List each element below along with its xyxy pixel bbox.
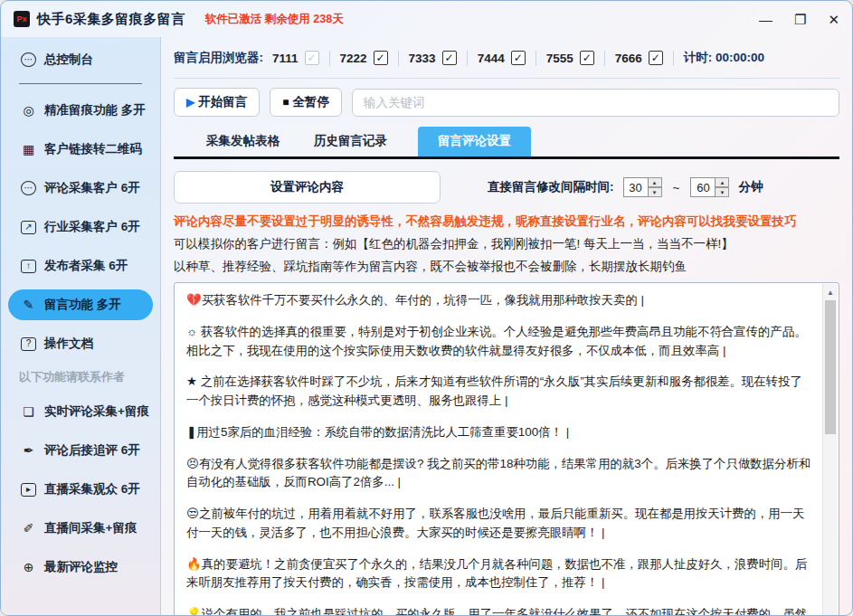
sidebar-item-live-audience[interactable]: ▸ 直播采集观众 6开 bbox=[8, 474, 153, 505]
comment-paragraph: 💔买获客软件千万不要买什么永久的、年付的，坑得一匹，像我就用那种敢按天卖的 | bbox=[186, 291, 811, 310]
separator bbox=[673, 51, 674, 66]
sidebar-item-followup-comment[interactable]: ✒ 评论后接追评 6开 bbox=[8, 435, 153, 466]
sidebar-section-label: 以下功能请联系作者 bbox=[1, 367, 160, 396]
app-window: Px 快手6采集多留痕多留言 软件已激活 剩余使用 238天 — ❐ ✕ ⋯ 总… bbox=[0, 0, 853, 616]
scrollbar-thumb[interactable] bbox=[825, 300, 836, 434]
sidebar-item-label: 总控制台 bbox=[44, 52, 93, 68]
minimize-icon[interactable]: — bbox=[759, 13, 772, 26]
sidebar-item-precise-trace[interactable]: ◎ 精准留痕功能 多开 bbox=[8, 95, 153, 126]
sidebar-item-live-collect[interactable]: ✐ 直播间采集+留痕 bbox=[8, 513, 153, 544]
comment-paragraph: 😣有没有人觉得很多获客软件功能都是摆设? 我之前买的带18种功能，结果常用的就3… bbox=[186, 455, 811, 493]
comments-textarea[interactable]: 💔买获客软件千万不要买什么永久的、年付的，坑得一匹，像我就用那种敢按天卖的 | … bbox=[174, 282, 839, 616]
separator bbox=[467, 51, 468, 66]
interval-max-spinner[interactable]: 60 bbox=[690, 177, 729, 197]
set-comment-content-button[interactable]: 设置评论内容 bbox=[174, 171, 441, 204]
browser-id: 7555 bbox=[546, 52, 573, 65]
camera-icon: ▸ bbox=[21, 483, 36, 497]
license-status: 软件已激活 剩余使用 238天 bbox=[205, 12, 344, 27]
chart-icon: ↗ bbox=[21, 221, 36, 234]
sidebar-item-industry-collect[interactable]: ↗ 行业采集客户 6开 bbox=[8, 212, 153, 242]
sidebar-item-label: 评论后接追评 6开 bbox=[44, 442, 140, 459]
interval-min-value[interactable]: 30 bbox=[623, 177, 649, 197]
divider bbox=[174, 78, 839, 79]
tip-line-1: 可以模拟你的客户进行留言：例如【红色的机器会扣押金，我刚刚被扣一笔! 每天上一当… bbox=[174, 236, 839, 252]
maximize-icon[interactable]: ❐ bbox=[794, 13, 806, 26]
interval-label: 直接留言修改间隔时间: bbox=[488, 179, 614, 195]
play-icon: ▶ bbox=[186, 96, 194, 109]
tab-collect-post-table[interactable]: 采集发帖表格 bbox=[203, 127, 283, 156]
separator bbox=[604, 51, 605, 66]
warning-text: 评论内容尽量不要设置过于明显的诱导性，不然容易触发违规，昵称直接设置行业名，评论… bbox=[174, 213, 839, 230]
keyword-input[interactable] bbox=[352, 89, 839, 117]
scroll-up-icon[interactable]: ▲ bbox=[823, 285, 838, 299]
sidebar-item-docs[interactable]: ? 操作文档 bbox=[8, 328, 153, 359]
signature-icon: ✒ bbox=[21, 443, 36, 458]
browser-checkbox-7444[interactable] bbox=[511, 51, 526, 65]
sidebar-item-label: 客户链接转二维码 bbox=[44, 141, 142, 157]
pen-icon: ✐ bbox=[21, 521, 36, 535]
browser-checkbox-7666[interactable] bbox=[649, 51, 663, 65]
separator bbox=[398, 51, 399, 66]
sidebar-divider bbox=[19, 83, 142, 84]
tab-bar: 采集发帖表格 历史留言记录 留言评论设置 bbox=[174, 127, 839, 159]
spinner-up-icon[interactable] bbox=[716, 177, 729, 187]
sidebar-item-publisher-collect[interactable]: ↑ 发布者采集 6开 bbox=[8, 251, 153, 281]
spinner-up-icon[interactable] bbox=[649, 177, 662, 187]
sidebar-item-label: 最新评论监控 bbox=[44, 559, 118, 575]
stop-icon: ■ bbox=[282, 96, 289, 109]
comment-paragraph: 🔥真的要避坑！之前贪便宜买了个永久的，结果没几个月就各种问题，数据也不准，跟那人… bbox=[186, 555, 811, 593]
titlebar: Px 快手6采集多留痕多留言 软件已激活 剩余使用 238天 — ❐ ✕ bbox=[1, 1, 852, 37]
start-message-button[interactable]: ▶ 开始留言 bbox=[174, 88, 260, 117]
tip-line-2: 以种草、推荐经验、踩坑指南等作为留言内容，既不会被举报也不会被删除，长期摆放长期… bbox=[174, 259, 839, 275]
sidebar-item-label: 精准留痕功能 多开 bbox=[44, 102, 146, 118]
browser-enable-row: 留言启用浏览器: 7111 7222 7333 7444 7555 bbox=[174, 46, 839, 70]
sidebar-item-label: 评论采集客户 6开 bbox=[44, 180, 140, 196]
close-icon[interactable]: ✕ bbox=[828, 13, 839, 26]
separator bbox=[329, 51, 330, 66]
sidebar-item-realtime-collect[interactable]: ❏ 实时评论采集+留痕 bbox=[8, 396, 153, 427]
browser-id: 7666 bbox=[615, 52, 642, 65]
browser-row-label: 留言启用浏览器: bbox=[174, 50, 263, 66]
browser-id: 7222 bbox=[340, 52, 367, 65]
browser-checkbox-7555[interactable] bbox=[580, 51, 594, 65]
timer-value: 00:00:00 bbox=[716, 51, 764, 64]
app-title: 快手6采集多留痕多留言 bbox=[37, 11, 185, 28]
sidebar-item-message-function[interactable]: ✎ 留言功能 多开 bbox=[8, 289, 153, 320]
interval-unit: 分钟 bbox=[738, 179, 763, 195]
spinner-down-icon[interactable] bbox=[649, 187, 662, 197]
sidebar: ⋯ 总控制台 ◎ 精准留痕功能 多开 ▦ 客户链接转二维码 ⋯ 评论采集客户 6… bbox=[1, 37, 161, 615]
sidebar-item-label: 实时评论采集+留痕 bbox=[44, 403, 149, 420]
browser-checkbox-7222[interactable] bbox=[374, 51, 388, 65]
target-icon: ◎ bbox=[21, 103, 36, 118]
scrollbar[interactable]: ▲ ▼ bbox=[822, 284, 838, 616]
main-panel: 留言启用浏览器: 7111 7222 7333 7444 7555 bbox=[161, 37, 852, 615]
browser-id: 7444 bbox=[478, 52, 505, 65]
browser-id: 7333 bbox=[409, 52, 436, 65]
interval-min-spinner[interactable]: 30 bbox=[623, 177, 662, 197]
browser-checkbox-7333[interactable] bbox=[442, 51, 457, 65]
monitor-icon: ⊕ bbox=[21, 560, 36, 574]
browser-checkbox-7111[interactable] bbox=[305, 51, 319, 65]
comment-paragraph: 💡说个有用的，我之前也是踩过坑的，买的永久版，用了一年多就没什么效果了，还不如现… bbox=[186, 605, 811, 616]
sidebar-item-latest-monitor[interactable]: ⊕ 最新评论监控 bbox=[8, 552, 153, 583]
tab-message-comment-settings[interactable]: 留言评论设置 bbox=[418, 127, 531, 156]
edit-icon: ✎ bbox=[21, 298, 36, 312]
comment-paragraph: ★ 之前在选择获客软件时踩了不少坑，后来才知道有些软件所谓的“永久版”其实后续更… bbox=[186, 373, 811, 411]
comment-paragraph: ☼ 获客软件的选择真的很重要，特别是对于初创企业来说。个人经验是避免那些年费高昂… bbox=[186, 323, 811, 361]
sidebar-item-label: 直播采集观众 6开 bbox=[44, 481, 140, 498]
spinner-down-icon[interactable] bbox=[716, 187, 729, 197]
app-logo-icon: Px bbox=[14, 11, 30, 27]
tab-history-message[interactable]: 历史留言记录 bbox=[310, 127, 391, 156]
timer-label: 计时: bbox=[684, 51, 713, 64]
console-icon: ⋯ bbox=[21, 52, 36, 67]
sidebar-item-comment-collect[interactable]: ⋯ 评论采集客户 6开 bbox=[8, 173, 153, 204]
separator bbox=[535, 51, 536, 66]
interval-max-value[interactable]: 60 bbox=[690, 177, 716, 197]
pause-all-button[interactable]: ■ 全暂停 bbox=[270, 88, 342, 117]
sidebar-item-label: 操作文档 bbox=[44, 336, 93, 352]
comment-icon: ⋯ bbox=[21, 181, 36, 195]
sidebar-item-qrcode[interactable]: ▦ 客户链接转二维码 bbox=[8, 134, 153, 165]
help-doc-icon: ? bbox=[21, 337, 36, 351]
sidebar-item-console[interactable]: ⋯ 总控制台 bbox=[8, 44, 153, 75]
comment-paragraph: 😒之前被年付的坑过，用着用着就不好用了，联系客服也没啥用，最后只能重新买。现在都… bbox=[186, 505, 811, 543]
